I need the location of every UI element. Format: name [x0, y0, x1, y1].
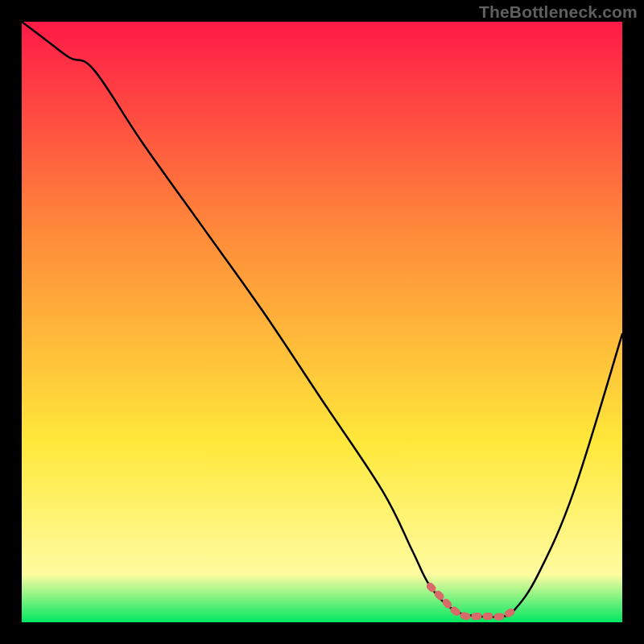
chart-frame: TheBottleneck.com	[0, 0, 644, 644]
gradient-background	[22, 22, 622, 622]
chart-svg	[22, 22, 622, 622]
watermark-text: TheBottleneck.com	[479, 2, 638, 22]
plot-area	[22, 22, 622, 622]
